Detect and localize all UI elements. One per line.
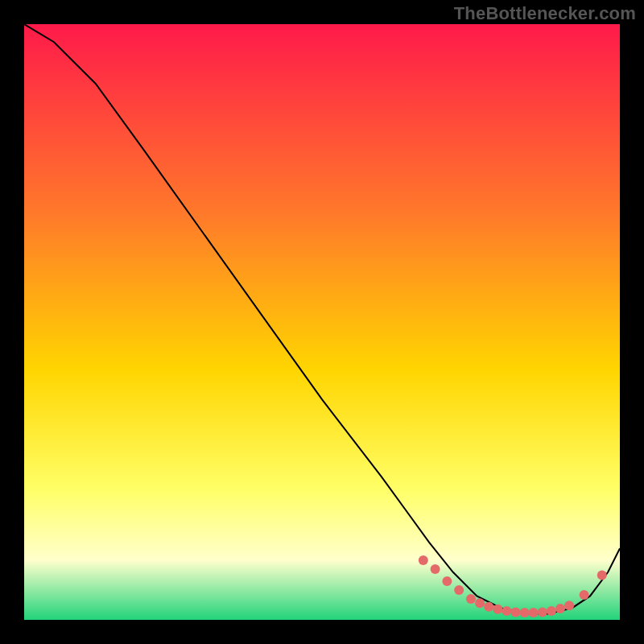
data-point	[520, 608, 530, 617]
chart-frame: TheBottleneсker.com	[0, 0, 644, 644]
data-point	[431, 564, 440, 574]
data-point	[454, 585, 464, 595]
data-point	[442, 576, 452, 586]
chart-svg	[24, 24, 620, 620]
data-point	[597, 571, 607, 580]
data-point	[538, 607, 547, 617]
data-point	[529, 608, 539, 617]
data-point	[547, 606, 556, 616]
data-point	[502, 606, 511, 616]
chart-plot-area	[24, 24, 620, 620]
data-point	[555, 604, 565, 613]
data-point	[484, 602, 493, 612]
data-point	[493, 605, 502, 614]
watermark-text: TheBottleneсker.com	[454, 3, 636, 24]
data-point	[466, 594, 476, 604]
gradient-background	[24, 24, 620, 620]
data-point	[419, 555, 428, 565]
data-point	[511, 607, 521, 617]
data-point	[580, 590, 589, 600]
data-point	[475, 598, 485, 608]
data-point	[564, 601, 574, 610]
